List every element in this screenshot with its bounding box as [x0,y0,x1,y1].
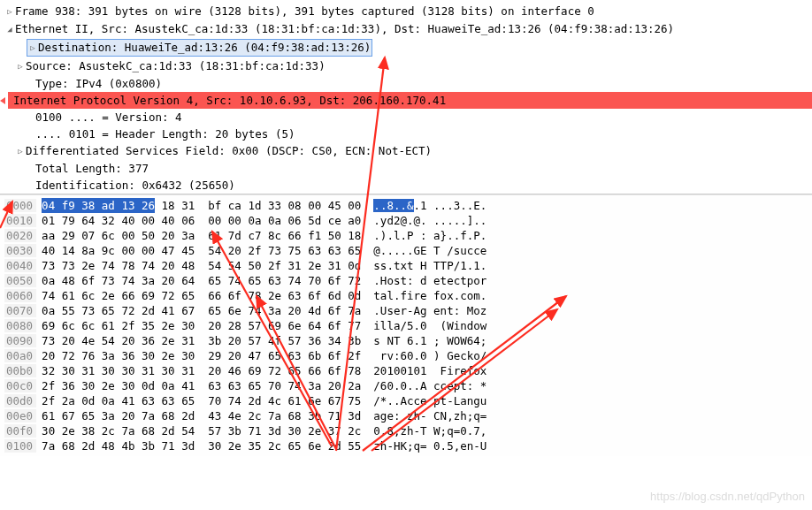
hex-bytes[interactable]: 40 14 8a 9c 00 00 47 45 54 20 2f 73 75 6… [42,244,361,257]
hex-bytes[interactable]: 32 30 31 30 30 31 30 31 20 46 69 72 65 6… [42,364,361,377]
tree-ip-dsf-label: Differentiated Services Field: 0x00 (DSC… [26,144,432,157]
tree-eth-dst-label: Destination: HuaweiTe_ad:13:26 (04:f9:38… [38,41,371,54]
tree-ip-len[interactable]: Total Length: 377 [0,160,812,177]
hex-offset: 0030 [4,244,36,257]
hex-ascii[interactable]: /60.0..A ccept: * [373,379,486,392]
hex-ascii[interactable]: ss.txt H TTP/1.1. [373,259,486,272]
watermark: https://blog.csdn.net/qdPython [650,490,805,503]
hex-row[interactable]: 000004 f9 38 ad 13 26 18 31 bf ca 1d 33 … [0,198,812,213]
hex-row[interactable]: 00a020 72 76 3a 36 30 2e 30 29 20 47 65 … [0,348,812,363]
hex-bytes[interactable]: 69 6c 6c 61 2f 35 2e 30 20 28 57 69 6e 6… [42,319,361,332]
hex-row[interactable]: 00700a 55 73 65 72 2d 41 67 65 6e 74 3a … [0,303,812,318]
hex-ascii[interactable]: s NT 6.1 ; WOW64; [373,334,486,347]
hex-offset: 0040 [4,259,36,272]
hex-offset: 00d0 [4,394,36,407]
hex-offset: 0100 [4,439,36,453]
hex-ascii[interactable]: rv:60.0 ) Gecko/ [373,349,486,362]
packet-bytes-hex[interactable]: 000004 f9 38 ad 13 26 18 31 bf ca 1d 33 … [0,194,812,456]
hex-bytes[interactable]: 20 72 76 3a 36 30 2e 30 29 20 47 65 63 6… [42,349,361,362]
tree-eth-destination[interactable]: ▷Destination: HuaweiTe_ad:13:26 (04:f9:3… [0,38,812,57]
hex-offset: 0000 [4,199,36,212]
hex-bytes[interactable]: 73 20 4e 54 20 36 2e 31 3b 20 57 4f 57 3… [42,334,361,347]
tree-ip-len-label: Total Length: 377 [35,162,149,175]
hex-offset: 0080 [4,319,36,332]
hex-bytes[interactable]: 73 73 2e 74 78 74 20 48 54 54 50 2f 31 2… [42,259,361,272]
tree-ip-hlen[interactable]: .... 0101 = Header Length: 20 bytes (5) [0,126,812,142]
hex-ascii[interactable]: 20100101 Firefox [373,364,486,377]
tree-frame[interactable]: ▷Frame 938: 391 bytes on wire (3128 bits… [0,3,812,20]
hex-offset: 00f0 [4,424,36,438]
hex-ascii[interactable]: 0.8,zh-T W;q=0.7, [373,424,486,438]
hex-offset: 0020 [4,229,36,242]
hex-bytes[interactable]: 2f 2a 0d 0a 41 63 63 65 70 74 2d 4c 61 6… [42,394,361,407]
hex-offset: 0060 [4,289,36,302]
hex-row[interactable]: 00e061 67 65 3a 20 7a 68 2d 43 4e 2c 7a … [0,408,812,423]
hex-row[interactable]: 009073 20 4e 54 20 36 2e 31 3b 20 57 4f … [0,333,812,348]
tree-eth-type[interactable]: Type: IPv4 (0x0800) [0,75,812,92]
hex-offset: 00e0 [4,409,36,422]
hex-ascii[interactable]: .User-Ag ent: Moz [373,304,486,317]
tree-ip-id-label: Identification: 0x6432 (25650) [35,179,235,192]
tree-ip[interactable]: Internet Protocol Version 4, Src: 10.10.… [8,92,812,109]
hex-offset: 0070 [4,304,36,317]
tree-ip-id[interactable]: Identification: 0x6432 (25650) [0,177,812,194]
hex-row[interactable]: 00b032 30 31 30 30 31 30 31 20 46 69 72 … [0,363,812,378]
hex-offset: 00c0 [4,379,36,392]
hex-offset: 0090 [4,334,36,347]
hex-bytes[interactable]: 0a 48 6f 73 74 3a 20 64 65 74 65 63 74 7… [42,274,361,287]
chevron-right-icon[interactable]: ▷ [5,4,14,19]
chevron-right-icon[interactable]: ▷ [16,59,25,74]
hex-bytes[interactable]: 74 61 6c 2e 66 69 72 65 66 6f 78 2e 63 6… [42,289,361,302]
hex-row[interactable]: 00d02f 2a 0d 0a 41 63 63 65 70 74 2d 4c … [0,393,812,408]
hex-row[interactable]: 004073 73 2e 74 78 74 20 48 54 54 50 2f … [0,258,812,273]
hex-ascii[interactable]: @.....GE T /succe [373,244,486,257]
hex-ascii[interactable]: .yd2@.@. .....].. [373,214,486,227]
tree-ip-ver-label: 0100 .... = Version: 4 [35,110,182,124]
tree-eth-source[interactable]: ▷Source: AsustekC_ca:1d:33 (18:31:bf:ca:… [0,57,812,75]
chevron-right-icon[interactable]: ▷ [28,41,37,56]
hex-bytes[interactable]: 01 79 64 32 40 00 40 06 00 00 0a 0a 06 5… [42,214,361,227]
tree-frame-label: Frame 938: 391 bytes on wire (3128 bits)… [15,4,594,18]
hex-bytes[interactable]: 0a 55 73 65 72 2d 41 67 65 6e 74 3a 20 4… [42,304,361,317]
hex-bytes[interactable]: aa 29 07 6c 00 50 20 3a 61 7d c7 8c 66 f… [42,229,361,242]
hex-bytes[interactable]: 30 2e 38 2c 7a 68 2d 54 57 3b 71 3d 30 2… [42,424,361,438]
tree-ip-row[interactable]: Internet Protocol Version 4, Src: 10.10.… [0,92,812,109]
chevron-down-icon[interactable]: ◢ [5,22,14,37]
hex-bytes[interactable]: 61 67 65 3a 20 7a 68 2d 43 4e 2c 7a 68 3… [42,409,361,422]
tree-ip-label: Internet Protocol Version 4, Src: 10.10.… [13,94,446,107]
hex-row[interactable]: 00500a 48 6f 73 74 3a 20 64 65 74 65 63 … [0,273,812,288]
hex-ascii[interactable]: /*..Acce pt-Langu [373,394,486,407]
hex-offset: 00a0 [4,349,36,362]
hex-offset: 0010 [4,214,36,227]
tree-eth-src-label: Source: AsustekC_ca:1d:33 (18:31:bf:ca:1… [26,59,326,72]
hex-ascii[interactable]: tal.fire fox.com. [373,289,486,302]
hex-row[interactable]: 001001 79 64 32 40 00 40 06 00 00 0a 0a … [0,213,812,228]
tree-ip-version[interactable]: 0100 .... = Version: 4 [0,109,812,126]
error-marker-icon [0,97,5,104]
hex-row[interactable]: 003040 14 8a 9c 00 00 47 45 54 20 2f 73 … [0,243,812,258]
hex-ascii[interactable]: illa/5.0 (Window [373,319,486,332]
tree-eth-label: Ethernet II, Src: AsustekC_ca:1d:33 (18:… [15,22,674,35]
packet-details-tree[interactable]: ▷Frame 938: 391 bytes on wire (3128 bits… [0,0,812,194]
hex-row[interactable]: 008069 6c 6c 61 2f 35 2e 30 20 28 57 69 … [0,318,812,333]
tree-ip-hlen-label: .... 0101 = Header Length: 20 bytes (5) [35,127,295,141]
tree-eth-type-label: Type: IPv4 (0x0800) [35,77,162,90]
hex-row[interactable]: 0020aa 29 07 6c 00 50 20 3a 61 7d c7 8c … [0,228,812,243]
hex-bytes[interactable]: 2f 36 30 2e 30 0d 0a 41 63 63 65 70 74 3… [42,379,361,392]
hex-offset: 0050 [4,274,36,287]
chevron-right-icon[interactable]: ▷ [16,144,25,159]
hex-bytes[interactable]: 7a 68 2d 48 4b 3b 71 3d 30 2e 35 2c 65 6… [42,439,361,453]
hex-bytes[interactable]: 04 f9 38 ad 13 26 18 31 bf ca 1d 33 08 0… [42,198,361,213]
hex-offset: 00b0 [4,364,36,377]
tree-ethernet[interactable]: ◢Ethernet II, Src: AsustekC_ca:1d:33 (18… [0,20,812,38]
hex-row[interactable]: 00f030 2e 38 2c 7a 68 2d 54 57 3b 71 3d … [0,423,812,438]
hex-row[interactable]: 01007a 68 2d 48 4b 3b 71 3d 30 2e 35 2c … [0,438,812,453]
hex-ascii[interactable]: .Host: d etectpor [373,274,486,287]
hex-ascii[interactable]: age: zh- CN,zh;q= [373,409,486,422]
tree-ip-dsf[interactable]: ▷Differentiated Services Field: 0x00 (DS… [0,142,812,160]
hex-row[interactable]: 006074 61 6c 2e 66 69 72 65 66 6f 78 2e … [0,288,812,303]
hex-ascii[interactable]: .).l.P : a}..f.P. [373,229,486,242]
hex-ascii[interactable]: ..8..&.1 ...3..E. [373,199,486,212]
hex-ascii[interactable]: zh-HK;q= 0.5,en-U [373,439,486,453]
hex-row[interactable]: 00c02f 36 30 2e 30 0d 0a 41 63 63 65 70 … [0,378,812,393]
